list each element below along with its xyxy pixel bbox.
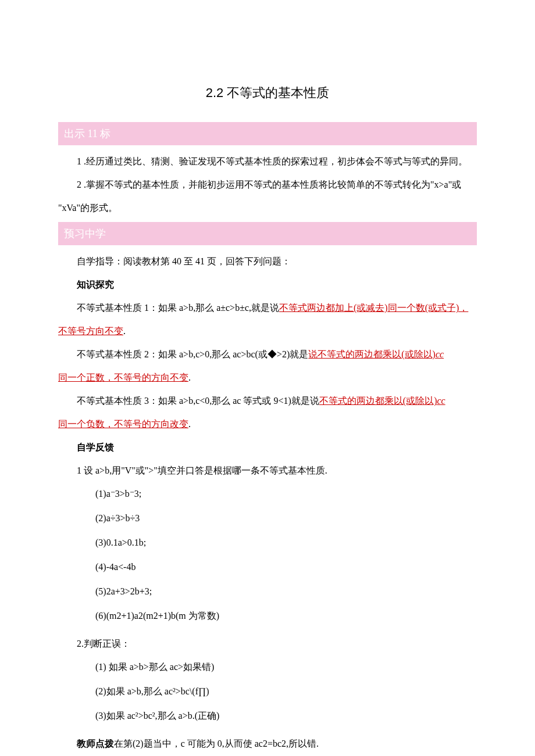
property-1-line1: 不等式基本性质 1：如果 a>b,那么 a±c>b±c,就是说不等式两边都加上(… bbox=[58, 299, 477, 317]
property-1-prefix: 不等式基本性质 1：如果 a>b,那么 a±c>b±c,就是说 bbox=[77, 303, 279, 313]
property-2-line1: 不等式基本性质 2：如果 a>b,c>0,那么 ac>bc(或◆>2)就是说不等… bbox=[58, 345, 477, 364]
property-3-line2: 同一个负数，不等号的方向改变. bbox=[58, 415, 477, 433]
property-2-rule: 说不等式的两边都乘以(或除以) bbox=[308, 349, 436, 359]
knowledge-explore-title: 知识探究 bbox=[58, 275, 477, 294]
property-2-period: . bbox=[188, 372, 191, 382]
question-2-intro: 2.判断正误： bbox=[58, 635, 477, 653]
property-2-rule-cont: 同一个正数，不等号的方向不变 bbox=[58, 372, 188, 382]
property-3-prefix: 不等式基本性质 3：如果 a>b,c<0,那么 ac 等式或 9<1)就是说 bbox=[77, 396, 319, 406]
q2-item-2: (2)如果 a>b,那么 ac²>bc\(f∏) bbox=[95, 682, 477, 701]
self-feedback-title: 自学反馈 bbox=[58, 438, 477, 457]
property-3-line1: 不等式基本性质 3：如果 a>b,c<0,那么 ac 等式或 9<1)就是说不等… bbox=[58, 392, 477, 410]
property-1-line2: 不等号方向不变. bbox=[58, 322, 477, 341]
q1-item-6: (6)(m2+1)a2(m2+1)b(m 为常数) bbox=[95, 607, 477, 625]
property-1-period: . bbox=[123, 326, 126, 336]
property-3-rule: 不等式的两边都乘以(或除以) bbox=[319, 396, 437, 406]
q1-item-5: (5)2a+3>2b+3; bbox=[95, 582, 477, 601]
property-1-rule-cont: 不等号方向不变 bbox=[58, 326, 123, 336]
teacher-note-label: 教师点拨 bbox=[77, 739, 114, 748]
teacher-note-text: 在第(2)题当中，c 可能为 0,从而使 ac2=bc2,所以错. bbox=[114, 739, 319, 748]
page-title: 2.2 不等式的基本性质 bbox=[58, 81, 477, 105]
q1-item-4: (4)-4a<-4b bbox=[95, 558, 477, 576]
question-1-intro: 1 设 a>b,用"V"或">"填空并口答是根据哪一条不等式基本性质. bbox=[58, 461, 477, 480]
teacher-note: 教师点拨在第(2)题当中，c 可能为 0,从而使 ac2=bc2,所以错. bbox=[58, 734, 477, 753]
property-3-period: . bbox=[188, 419, 191, 429]
property-1-rule: 不等式两边都加上(或减去)同一个数(或式子)， bbox=[279, 303, 468, 313]
q2-item-1: (1) 如果 a>b>那么 ac>如果错) bbox=[95, 658, 477, 676]
q1-item-1: (1)a⁻3>b⁻3; bbox=[95, 485, 477, 503]
objective-2-line1: 2 .掌握不等式的基本性质，并能初步运用不等式的基本性质将比较简单的不等式转化为… bbox=[58, 175, 477, 194]
property-3-cc: cc bbox=[437, 396, 445, 406]
section-header-objectives: 出示 11 标 bbox=[58, 122, 477, 145]
q2-item-3: (3)如果 ac²>bc²,那么 a>b.(正确) bbox=[95, 707, 477, 725]
q1-item-3: (3)0.1a>0.1b; bbox=[95, 533, 477, 552]
property-2-cc: cc bbox=[436, 349, 444, 359]
property-2-prefix: 不等式基本性质 2：如果 a>b,c>0,那么 ac>bc(或◆>2)就是 bbox=[77, 349, 308, 359]
objective-2-line2: "xVa"的形式。 bbox=[58, 199, 477, 217]
study-guide: 自学指导：阅读教材第 40 至 41 页，回答下列问题： bbox=[58, 252, 477, 271]
property-3-rule-cont: 同一个负数，不等号的方向改变 bbox=[58, 419, 188, 429]
section-header-preview: 预习中学 bbox=[58, 222, 477, 245]
property-2-line2: 同一个正数，不等号的方向不变. bbox=[58, 368, 477, 387]
objective-1: 1 .经历通过类比、猜测、验证发现不等式基本性质的探索过程，初步体会不等式与等式… bbox=[58, 152, 477, 171]
q1-item-2: (2)a÷3>b÷3 bbox=[95, 509, 477, 528]
